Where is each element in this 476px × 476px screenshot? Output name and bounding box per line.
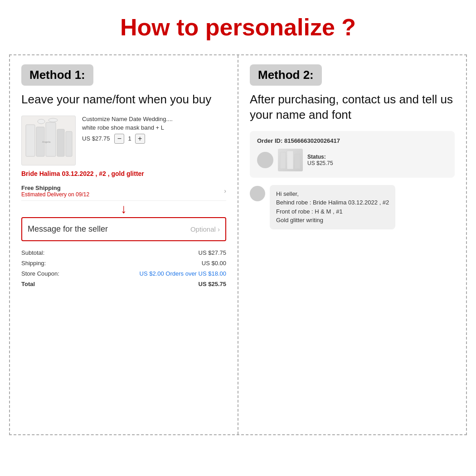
shipping-summary-label: Shipping: (21, 260, 46, 267)
quantity-value: 1 (128, 135, 131, 142)
quantity-control: − 1 + (114, 134, 145, 144)
personalization-note: Bride Halima 03.12.2022 , #2 , gold glit… (21, 170, 226, 177)
method1-panel: Method 1: Leave your name/font when you … (10, 55, 238, 434)
shipping-summary-value: US $0.00 (202, 260, 226, 267)
shipping-row: Free Shipping Estimated Delivery on 09/1… (21, 182, 226, 201)
message-line3: Gold glitter writing (276, 216, 389, 225)
message-for-seller-box[interactable]: Message for the seller Optional › (21, 217, 226, 241)
message-line1: Behind robe : Bride Halima 03.12.2022 , … (276, 198, 389, 207)
subtotal-label: Subtotal: (21, 249, 44, 256)
product-title: Customize Name Date Wedding.... (82, 116, 226, 122)
order-id: Order ID: 81566663020026417 (257, 137, 447, 144)
product-image: Angela (21, 116, 76, 165)
subtotal-row: Subtotal: US $27.75 (21, 248, 226, 258)
message-fade-overlay (250, 236, 455, 245)
order-status-label: Status: (307, 154, 447, 160)
shipping-delivery-date: 09/12 (76, 191, 89, 198)
order-avatar (257, 152, 273, 168)
messages-section: Hi seller, Behind robe : Bride Halima 03… (250, 185, 455, 245)
svg-rect-9 (287, 151, 293, 169)
subtotal-value: US $27.75 (199, 249, 226, 256)
method2-panel: Method 2: After purchasing, contact us a… (238, 55, 466, 434)
buyer-message-item: Hi seller, Behind robe : Bride Halima 03… (250, 185, 455, 229)
page-title: How to personalize ? (0, 0, 476, 50)
order-price: US $25.75 (307, 160, 447, 166)
order-product-thumb (278, 149, 303, 171)
svg-point-6 (49, 118, 58, 122)
product-info: Customize Name Date Wedding.... white ro… (82, 116, 226, 144)
buyer-avatar (250, 186, 265, 201)
coupon-row: Store Coupon: US $2.00 Orders over US $1… (21, 268, 226, 279)
message-line2: Front of robe : H & M , #1 (276, 207, 389, 216)
product-svg: Angela (24, 118, 73, 163)
message-chevron-icon: › (218, 225, 220, 233)
optional-text: Optional › (190, 225, 220, 233)
order-product-svg (278, 149, 303, 171)
shipping-summary-row: Shipping: US $0.00 (21, 258, 226, 268)
total-row: Total US $25.75 (21, 279, 226, 289)
svg-rect-2 (46, 122, 56, 156)
svg-rect-8 (280, 152, 286, 169)
product-price-row: US $27.75 − 1 + (82, 134, 226, 144)
svg-rect-3 (57, 129, 64, 156)
shipping-chevron-icon[interactable]: › (224, 187, 226, 194)
shipping-detail: Estimated Delivery on 09/12 (21, 191, 89, 198)
message-box-label: Message for the seller (28, 224, 108, 234)
svg-point-5 (38, 119, 45, 124)
shipping-label: Free Shipping (21, 185, 89, 191)
svg-rect-10 (295, 154, 300, 169)
increase-qty-button[interactable]: + (135, 134, 145, 144)
svg-text:Angela: Angela (42, 141, 51, 143)
product-price: US $27.75 (82, 135, 110, 142)
total-label: Total (21, 281, 35, 287)
shipping-delivery-text: Estimated Delivery on (21, 191, 74, 198)
coupon-label: Store Coupon: (21, 270, 59, 277)
total-value: US $25.75 (199, 281, 226, 287)
svg-rect-0 (26, 125, 35, 156)
arrow-down-icon: ↓ (121, 203, 127, 215)
method1-badge: Method 1: (21, 64, 93, 86)
coupon-value[interactable]: US $2.00 Orders over US $18.00 (140, 270, 227, 277)
decrease-qty-button[interactable]: − (114, 134, 124, 144)
arrow-down-container: ↓ (21, 203, 226, 215)
order-product-row: Status: US $25.75 (257, 149, 447, 171)
order-summary: Subtotal: US $27.75 Shipping: US $0.00 S… (21, 248, 226, 289)
method1-description: Leave your name/font when you buy (21, 92, 226, 107)
method2-badge: Method 2: (250, 64, 322, 86)
message-greeting: Hi seller, (276, 189, 389, 199)
product-card: Angela Customize Name Date Wedding.... w… (21, 116, 226, 165)
buyer-message-bubble: Hi seller, Behind robe : Bride Halima 03… (270, 185, 395, 229)
svg-rect-4 (66, 131, 72, 156)
order-details: Status: US $25.75 (307, 154, 447, 166)
product-variant: white robe shoe mask band + L (82, 124, 226, 131)
order-card: Order ID: 81566663020026417 Status: US $… (250, 131, 455, 178)
method2-description: After purchasing, contact us and tell us… (250, 92, 455, 123)
main-container: Method 1: Leave your name/font when you … (9, 54, 467, 435)
